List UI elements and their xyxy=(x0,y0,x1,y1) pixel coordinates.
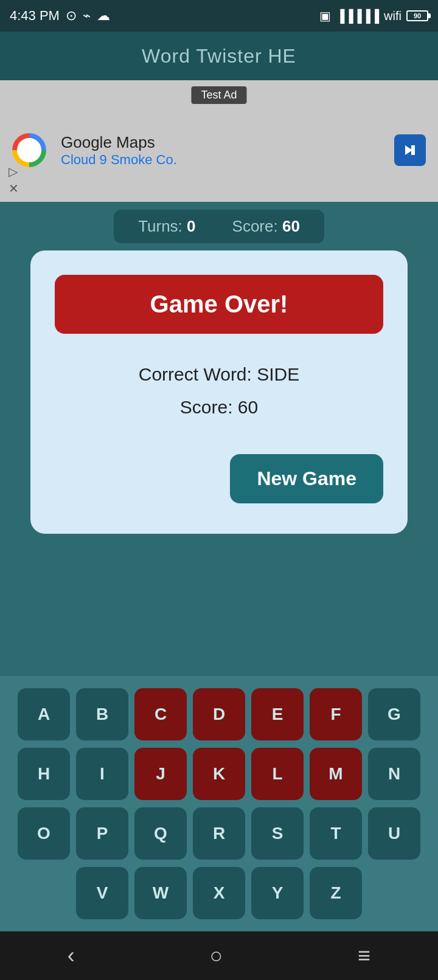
home-button[interactable]: ○ xyxy=(210,943,223,968)
key-l[interactable]: L xyxy=(251,748,304,800)
key-v[interactable]: V xyxy=(76,867,128,919)
vibrate-icon: ▣ xyxy=(319,9,331,23)
key-y[interactable]: Y xyxy=(251,867,304,919)
key-r[interactable]: R xyxy=(193,807,245,860)
wifi-icon: wifi xyxy=(384,9,401,23)
ad-play-icon[interactable]: ▷ xyxy=(9,164,19,179)
key-z[interactable]: Z xyxy=(310,867,362,919)
new-game-button[interactable]: New Game xyxy=(230,454,383,503)
key-t[interactable]: T xyxy=(310,807,362,860)
ad-text-block: Google Maps Cloud 9 Smoke Co. xyxy=(61,133,177,168)
key-h[interactable]: H xyxy=(18,748,70,800)
new-game-label: New Game xyxy=(257,468,356,489)
key-g[interactable]: G xyxy=(368,688,420,740)
key-p[interactable]: P xyxy=(76,807,128,860)
key-j[interactable]: J xyxy=(134,748,187,800)
key-k[interactable]: K xyxy=(193,748,245,800)
svg-rect-2 xyxy=(411,145,415,155)
svg-point-1 xyxy=(23,144,35,156)
ad-arrow-icon[interactable] xyxy=(394,134,426,166)
usb-icon: ⌁ xyxy=(83,8,91,24)
ad-close-icon[interactable]: ✕ xyxy=(9,181,19,196)
menu-button[interactable]: ≡ xyxy=(358,943,370,968)
turns-display: Turns: 0 xyxy=(138,217,195,236)
status-bar: 4:43 PM ⊙ ⌁ ☁ ▣ ▐▐▐▐▐ wifi 90 xyxy=(0,0,438,32)
score-bar: Turns: 0 Score: 60 xyxy=(0,202,438,250)
key-e[interactable]: E xyxy=(251,688,304,740)
status-right: ▣ ▐▐▐▐▐ wifi 90 xyxy=(319,9,428,23)
key-a[interactable]: A xyxy=(18,688,70,740)
modal-overlay: Game Over! Correct Word: SIDE Score: 60 … xyxy=(0,250,438,627)
key-x[interactable]: X xyxy=(193,867,245,919)
battery-indicator: 90 xyxy=(406,10,428,21)
key-i[interactable]: I xyxy=(76,748,128,800)
key-b[interactable]: B xyxy=(76,688,128,740)
ad-subtitle: Cloud 9 Smoke Co. xyxy=(61,152,177,168)
key-row: HIJKLMN xyxy=(18,748,420,800)
app-header: Word Twister HE xyxy=(0,32,438,80)
key-m[interactable]: M xyxy=(310,748,362,800)
status-left: 4:43 PM ⊙ ⌁ ☁ xyxy=(10,8,110,24)
key-row: OPQRSTU xyxy=(18,807,420,860)
key-u[interactable]: U xyxy=(368,807,420,860)
score-display: Score: 60 xyxy=(232,217,300,236)
key-q[interactable]: Q xyxy=(134,807,187,860)
key-c[interactable]: C xyxy=(134,688,187,740)
game-over-label: Game Over! xyxy=(150,291,288,317)
ad-company: Google Maps xyxy=(61,133,177,152)
back-button[interactable]: ‹ xyxy=(68,943,75,968)
whatsapp-icon: ⊙ xyxy=(66,8,77,24)
cloud-icon: ☁ xyxy=(97,8,110,24)
ad-content: Google Maps Cloud 9 Smoke Co. xyxy=(10,131,177,170)
key-o[interactable]: O xyxy=(18,807,70,860)
key-n[interactable]: N xyxy=(368,748,420,800)
signal-icon: ▐▐▐▐▐ xyxy=(336,9,379,23)
key-row: ABCDEFG xyxy=(18,688,420,740)
keyboard-area: ABCDEFGHIJKLMNOPQRSTUVWXYZ xyxy=(0,676,438,931)
correct-word-display: Correct Word: SIDE xyxy=(139,364,300,385)
key-w[interactable]: W xyxy=(134,867,187,919)
score-container: Turns: 0 Score: 60 xyxy=(114,210,324,243)
app-title: Word Twister HE xyxy=(142,45,296,67)
game-over-modal: Game Over! Correct Word: SIDE Score: 60 … xyxy=(30,250,408,534)
key-s[interactable]: S xyxy=(251,807,304,860)
ad-controls: ▷ ✕ xyxy=(9,164,19,196)
time-display: 4:43 PM xyxy=(10,8,60,24)
bottom-nav: ‹ ○ ≡ xyxy=(0,931,438,980)
modal-score-display: Score: 60 xyxy=(180,397,258,418)
key-f[interactable]: F xyxy=(310,688,362,740)
key-row: VWXYZ xyxy=(76,867,362,919)
key-d[interactable]: D xyxy=(193,688,245,740)
ad-label: Test Ad xyxy=(191,86,246,104)
game-over-banner: Game Over! xyxy=(55,275,383,334)
ad-banner: Test Ad Google Maps Cloud 9 Smoke Co. ▷ … xyxy=(0,80,438,202)
